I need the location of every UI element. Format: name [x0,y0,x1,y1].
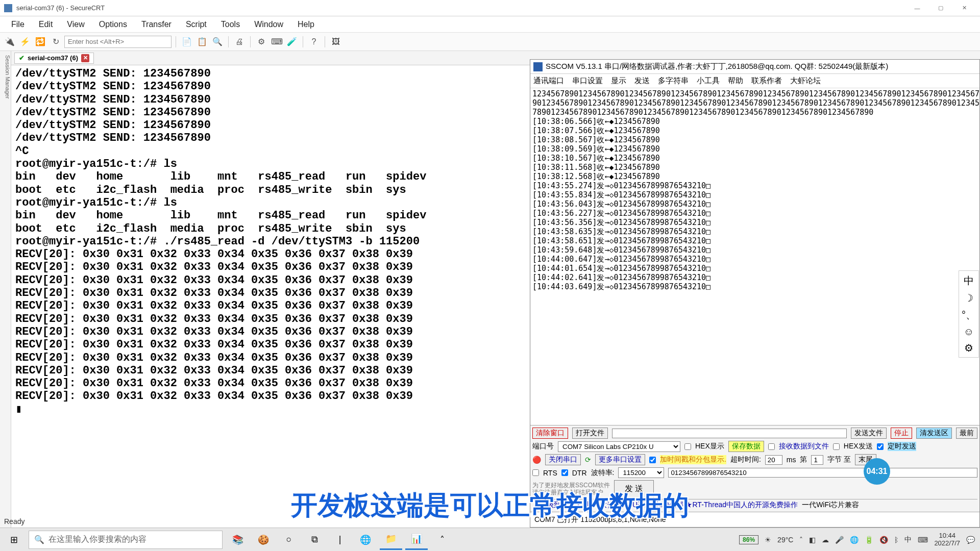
dtr-checkbox[interactable] [561,469,568,476]
degree-icon[interactable]: °、 [962,308,976,322]
microphone-icon[interactable]: 🎤 [835,536,844,544]
file-path-input[interactable] [612,429,847,438]
temperature[interactable]: 29°C [777,536,793,544]
taskbar-app-2[interactable]: 🍪 [252,530,275,550]
power-icon[interactable]: 🔋 [865,536,873,544]
taskbar-search[interactable]: 🔍 在这里输入你要搜索的内容 [29,531,223,549]
tab-close-icon[interactable]: ✕ [81,54,89,62]
clear-window-button[interactable]: 清除窗口 [532,428,568,439]
stop-button[interactable]: 停止 [891,428,912,439]
tray-chevron-icon[interactable]: ˄ [799,536,803,544]
num-input[interactable] [811,455,823,465]
host-input[interactable] [64,36,172,48]
close-port-button[interactable]: 关闭串口 [545,454,581,465]
separator [303,36,303,47]
sscom-titlebar[interactable]: SSCOM V5.13.1 串口/网络数据调试器,作者:大虾丁丁,2618058… [530,60,979,74]
minimize-button[interactable]: — [905,1,929,16]
maximize-button[interactable]: ▢ [929,1,952,16]
filter-icon[interactable]: 🧪 [285,35,299,48]
moon-icon[interactable]: ☽ [964,292,973,304]
menu-options[interactable]: Options [92,18,134,31]
timed-send-checkbox[interactable] [877,443,884,450]
start-button[interactable]: ⊞ [0,528,28,551]
sscom-menu-help[interactable]: 帮助 [728,76,743,86]
connect-icon[interactable]: 🔌 [3,35,16,48]
copy-icon[interactable]: 📄 [180,35,193,48]
battery-indicator[interactable]: 86% [739,535,758,544]
clear-send-button[interactable]: 清发送区 [916,428,952,439]
refresh-icon[interactable]: ⟳ [585,456,591,464]
sscom-output[interactable]: 1234567890123456789012345678901234567890… [530,88,979,425]
gear-icon[interactable]: ⚙ [964,342,973,354]
quick-connect-icon[interactable]: ⚡ [18,35,32,48]
ime-icon[interactable]: 中 [964,274,974,288]
keyboard-layout-icon[interactable]: ⌨ [918,536,928,544]
separator [325,36,325,47]
reconnect-icon[interactable]: 🔁 [34,35,47,48]
recv-to-file-checkbox[interactable] [768,443,775,450]
sscom-menu-contact[interactable]: 联系作者 [751,76,782,86]
volume-icon[interactable]: 🔇 [879,536,888,544]
menu-edit[interactable]: Edit [32,18,60,31]
baud-select[interactable]: 115200 [618,467,664,478]
menu-transfer[interactable]: Transfer [134,18,179,31]
ime-indicator[interactable]: 中 [904,535,912,544]
menu-help[interactable]: Help [290,18,322,31]
sscom-menubar: 通讯端口 串口设置 显示 发送 多字符串 小工具 帮助 联系作者 大虾论坛 [530,74,979,88]
send-file-button[interactable]: 发送文件 [851,428,887,439]
open-file-button[interactable]: 打开文件 [572,428,608,439]
network-icon[interactable]: 🌐 [850,536,859,544]
timeout-input[interactable] [765,455,782,465]
titlebar[interactable]: serial-com37 (6) - SecureCRT — ▢ ✕ [0,0,980,16]
paste-icon[interactable]: 📋 [195,35,209,48]
find-icon[interactable]: 🔍 [211,35,224,48]
onedrive-icon[interactable]: ☁ [822,536,829,544]
sscom-menu-forum[interactable]: 大虾论坛 [790,76,821,86]
chevron-up-icon[interactable]: ˄ [431,530,453,550]
keyboard-icon[interactable]: ⌨ [270,35,283,48]
send-text-input[interactable] [668,468,977,478]
record-icon[interactable]: 🔴 [532,456,541,464]
more-settings-button[interactable]: 更多串口设置 [595,454,645,465]
bluetooth-icon[interactable]: ᛒ [894,536,898,544]
emoji-icon[interactable]: ☺ [964,326,974,338]
taskview-icon[interactable]: ⧉ [303,530,326,550]
menu-tools[interactable]: Tools [214,18,247,31]
sscom-taskbar-icon[interactable]: 📊 [405,530,428,550]
sscom-menu-serial[interactable]: 串口设置 [572,76,603,86]
port-select[interactable]: COM7 Silicon Labs CP210x U [558,441,680,452]
save-data-button[interactable]: 保存数据 [728,441,764,452]
sscom-menu-send[interactable]: 发送 [634,76,650,86]
hex-send-checkbox[interactable] [833,443,840,450]
session-tab[interactable]: ✔ serial-com37 (6) ✕ [14,53,94,64]
tray-app-1-icon[interactable]: ◧ [809,536,816,544]
sscom-menu-multistr[interactable]: 多字符串 [658,76,689,86]
sscom-menu-port[interactable]: 通讯端口 [533,76,564,86]
menu-view[interactable]: View [60,18,91,31]
settings-icon[interactable]: ⚙ [255,35,268,48]
topmost-button[interactable]: 最前 [956,428,977,439]
help-icon[interactable]: ? [307,35,321,48]
explorer-icon[interactable]: 📁 [380,530,402,550]
image-icon[interactable]: 🖼 [329,35,342,48]
rts-checkbox[interactable] [532,469,539,476]
cortana-icon[interactable]: ○ [278,530,300,550]
browser-icon[interactable]: 🌐 [354,530,377,550]
weather-icon[interactable]: ☀ [765,536,771,544]
sscom-menu-display[interactable]: 显示 [611,76,626,86]
notifications-icon[interactable]: 💬 [966,536,975,544]
sscom-window[interactable]: SSCOM V5.13.1 串口/网络数据调试器,作者:大虾丁丁,2618058… [530,59,980,528]
menu-script[interactable]: Script [179,18,214,31]
taskbar-app-1[interactable]: 📚 [227,530,249,550]
hex-display-checkbox[interactable] [684,443,691,450]
menu-window[interactable]: Window [247,18,290,31]
close-button[interactable]: ✕ [952,1,976,16]
timestamp-checkbox[interactable] [649,457,656,463]
separator [228,36,229,47]
menu-file[interactable]: File [4,18,32,31]
reconnect-all-icon[interactable]: ↻ [49,35,62,48]
sscom-menu-tools[interactable]: 小工具 [697,76,720,86]
clock[interactable]: 10:44 2022/7/7 [934,532,960,547]
session-manager-tab[interactable]: Session Manager [0,51,11,538]
print-icon[interactable]: 🖨 [233,35,246,48]
